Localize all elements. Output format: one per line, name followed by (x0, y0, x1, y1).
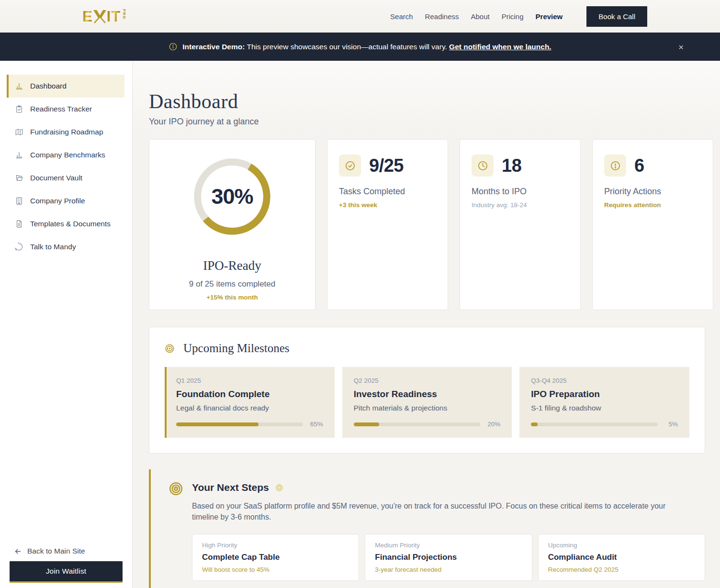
months-to-ipo-card: 18 Months to IPO Industry avg: 18-24 (460, 139, 581, 310)
progress-percent: 65% (309, 421, 323, 428)
nav-item-about[interactable]: About (471, 12, 490, 21)
sidebar-item-templates-documents[interactable]: Templates & Documents (7, 212, 124, 235)
progress-ring: 30% (190, 155, 274, 239)
milestone-quarter: Q1 2025 (176, 377, 323, 384)
sidebar-item-label: Company Benchmarks (30, 151, 105, 159)
sidebar-item-fundraising-roadmap[interactable]: Fundraising Roadmap (7, 121, 124, 144)
building-icon (15, 197, 23, 205)
stat-value: 6 (634, 155, 644, 176)
chat-bubble-icon (15, 243, 23, 251)
priority-actions-card: 6 Priority Actions Requires attention (592, 139, 713, 310)
progress-percent: 20% (486, 421, 500, 428)
tasks-completed-card: 9/25 Tasks Completed +3 this week (327, 139, 448, 310)
milestone-desc: S-1 filing & roadshow (531, 404, 678, 412)
sidebar-item-label: Readiness Tracker (30, 105, 92, 113)
stats-row: 30% IPO-Ready 9 of 25 items completed +1… (149, 139, 705, 310)
brand-logo[interactable]: E IT PRO (82, 9, 126, 24)
close-icon[interactable]: × (678, 42, 684, 51)
milestone-desc: Legal & financial docs ready (176, 404, 323, 412)
main-nav: Search Readiness About Pricing Preview B… (390, 6, 647, 27)
stat-value: 18 (502, 155, 521, 176)
back-to-main-site-link[interactable]: Back to Main Site (14, 547, 123, 555)
stat-label: Months to IPO (472, 187, 569, 197)
demo-banner: Interactive Demo: This preview showcases… (0, 33, 720, 61)
milestone-grid: Q1 2025 Foundation Complete Legal & fina… (165, 367, 689, 438)
ipo-readiness-card: 30% IPO-Ready 9 of 25 items completed +1… (149, 139, 315, 310)
target-icon (169, 481, 183, 496)
milestones-title: Upcoming Milestones (183, 342, 290, 355)
next-step-card-compliance-audit[interactable]: Upcoming Compliance Audit Recommended Q2… (538, 534, 705, 581)
priority-tag: Medium Priority (375, 542, 522, 549)
banner-notify-link[interactable]: Get notified when we launch. (449, 43, 551, 51)
sidebar-item-company-benchmarks[interactable]: Company Benchmarks (7, 144, 124, 166)
nav-item-preview[interactable]: Preview (536, 12, 563, 21)
page-subtitle: Your IPO journey at a glance (149, 117, 705, 127)
stat-note: Requires attention (604, 201, 701, 209)
milestone-card-foundation[interactable]: Q1 2025 Foundation Complete Legal & fina… (165, 367, 335, 438)
next-step-note: Recommended Q2 2025 (548, 566, 695, 573)
check-circle-icon (339, 155, 361, 177)
join-waitlist-button[interactable]: Join Waitlist (10, 561, 123, 583)
sidebar-item-document-vault[interactable]: Document Vault (7, 166, 124, 189)
next-steps-description: Based on your SaaS platform profile and … (192, 500, 685, 522)
brand-logo-suffix: PRO (122, 9, 126, 23)
priority-tag: Upcoming (548, 542, 695, 549)
next-step-note: 3-year forecast needed (375, 566, 522, 573)
brand-logo-text-right: IT (107, 9, 121, 24)
next-step-note: Will boost score to 45% (202, 566, 349, 573)
app-shell: Dashboard Readiness Tracker Fundraising … (0, 61, 720, 588)
next-steps-grid: High Priority Complete Cap Table Will bo… (192, 534, 705, 581)
brand-x-icon (93, 9, 106, 24)
brand-logo-text-left: E (82, 9, 93, 24)
milestone-quarter: Q2 2025 (354, 377, 501, 384)
stat-value: 9/25 (369, 155, 404, 176)
alert-circle-icon (604, 155, 626, 177)
sidebar-item-label: Fundraising Roadmap (30, 128, 103, 136)
next-steps-title: Your Next Steps (192, 482, 269, 493)
sidebar-item-company-profile[interactable]: Company Profile (7, 189, 124, 212)
stat-label: Tasks Completed (339, 187, 436, 197)
sidebar-item-label: Dashboard (30, 82, 67, 90)
sidebar-item-readiness-tracker[interactable]: Readiness Tracker (7, 98, 124, 121)
next-step-title: Financial Projections (375, 553, 522, 562)
nav-item-readiness[interactable]: Readiness (425, 12, 459, 21)
stat-note: +3 this week (339, 201, 436, 209)
progress-bar (176, 422, 303, 426)
folder-open-icon (15, 174, 23, 182)
readiness-delta: +15% this month (206, 294, 258, 301)
clipboard-check-icon (15, 105, 23, 113)
top-bar: E IT PRO Search Readiness About Pricing … (0, 0, 720, 33)
next-step-card-cap-table[interactable]: High Priority Complete Cap Table Will bo… (192, 534, 359, 581)
arrow-left-icon (14, 547, 22, 555)
info-icon (169, 42, 178, 51)
milestone-card-ipo-prep[interactable]: Q3-Q4 2025 IPO Preparation S-1 filing & … (519, 367, 689, 438)
readiness-percent: 30% (190, 155, 274, 239)
sidebar-item-label: Company Profile (30, 197, 85, 205)
sidebar-item-label: Templates & Documents (30, 220, 111, 228)
milestone-desc: Pitch materials & projections (354, 404, 501, 412)
clock-icon (472, 155, 494, 177)
sidebar-item-label: Talk to Mandy (30, 243, 76, 251)
bar-chart-icon (15, 151, 23, 159)
stat-note: Industry avg: 18-24 (472, 201, 569, 209)
sidebar: Dashboard Readiness Tracker Fundraising … (0, 61, 133, 588)
next-step-title: Complete Cap Table (202, 553, 349, 562)
readiness-label: IPO-Ready (203, 258, 261, 273)
milestone-card-investor[interactable]: Q2 2025 Investor Readiness Pitch materia… (342, 367, 512, 438)
map-icon (15, 128, 23, 136)
sidebar-item-talk-to-mandy[interactable]: Talk to Mandy (7, 235, 124, 258)
nav-item-search[interactable]: Search (390, 12, 413, 21)
bar-chart-icon (15, 82, 23, 90)
book-a-call-button[interactable]: Book a Call (586, 6, 647, 27)
next-step-title: Compliance Audit (548, 553, 695, 562)
banner-label: Interactive Demo: (182, 43, 245, 51)
next-step-card-financial-projections[interactable]: Medium Priority Financial Projections 3-… (365, 534, 532, 581)
next-steps-section: Your Next Steps Based on your SaaS platf… (149, 469, 705, 588)
milestone-title: IPO Preparation (531, 389, 678, 399)
progress-bar (354, 422, 481, 426)
readiness-detail: 9 of 25 items completed (189, 279, 275, 289)
milestone-title: Investor Readiness (354, 389, 501, 399)
nav-item-pricing[interactable]: Pricing (502, 12, 524, 21)
milestone-title: Foundation Complete (176, 389, 323, 399)
sidebar-item-dashboard[interactable]: Dashboard (7, 75, 124, 98)
